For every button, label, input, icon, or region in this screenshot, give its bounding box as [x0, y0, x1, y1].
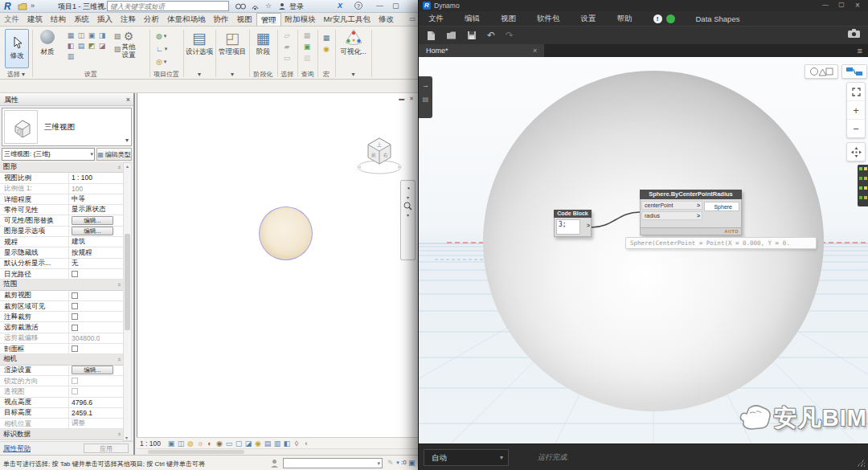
search-binoculars-icon[interactable]	[235, 2, 246, 10]
chevron-down-icon[interactable]: ▾	[125, 137, 129, 144]
ribbon-tab-管理[interactable]: 管理	[256, 13, 281, 26]
property-value-cell[interactable]: 100	[69, 184, 124, 194]
dynamo-canvas[interactable]: → ▤ + −	[419, 57, 868, 443]
input-port-icon[interactable]: >	[697, 212, 700, 220]
crop-region-icon[interactable]: ▢	[234, 439, 244, 448]
code-block-node[interactable]: Code Block 3; >	[554, 210, 592, 237]
edit-button[interactable]: 编辑...	[72, 366, 113, 374]
signin-label[interactable]: 登录	[289, 2, 304, 12]
rendering-icon[interactable]: ◉	[215, 439, 224, 448]
object-styles-icon[interactable]: ▦	[66, 31, 76, 40]
manage-project-button[interactable]: ◰ 管理项目	[215, 30, 249, 57]
property-value-cell[interactable]	[69, 386, 124, 396]
alerts-icon[interactable]: !	[653, 14, 662, 23]
model-sphere[interactable]	[259, 206, 313, 260]
zoom-dd-icon[interactable]: ▾	[407, 212, 409, 218]
checkbox[interactable]	[72, 378, 78, 384]
ribbon-tab-视图[interactable]: 视图	[233, 13, 256, 26]
analysis-display-icon[interactable]: ◧	[282, 439, 292, 448]
revit-logo-icon[interactable]: R	[4, 1, 11, 12]
communication-center-icon[interactable]	[251, 2, 260, 10]
snaps-icon[interactable]: ◫	[76, 31, 86, 40]
property-value-cell[interactable]: 304800.0	[69, 333, 124, 343]
chevron-down-icon[interactable]: ▾	[164, 33, 167, 39]
menu-文件[interactable]: 文件	[428, 14, 444, 24]
apply-button[interactable]: 应用	[84, 443, 129, 453]
sun-path-icon[interactable]: ☼	[195, 439, 205, 448]
edit-button[interactable]: 编辑...	[72, 227, 113, 235]
project-parameters-icon[interactable]: ◨	[97, 31, 107, 40]
close-icon[interactable]: ×	[126, 93, 130, 106]
location-row[interactable]: ◍▾	[156, 31, 167, 42]
minimize-icon[interactable]: —	[818, 1, 833, 8]
property-section[interactable]: 图形«	[0, 162, 124, 173]
property-value-cell[interactable]: 中等	[69, 194, 124, 204]
menu-软件包[interactable]: 软件包	[537, 14, 560, 24]
visualize-button[interactable]: 可视化...	[335, 29, 371, 57]
open-file-icon[interactable]	[446, 31, 457, 40]
combo-arrow-icon[interactable]: ▾	[377, 460, 380, 467]
property-section[interactable]: 相机«	[0, 354, 124, 365]
detail-level-icon[interactable]: ◫	[176, 439, 186, 448]
load-selection-icon[interactable]: ▰	[282, 42, 292, 51]
new-file-icon[interactable]	[427, 31, 436, 41]
maximize-icon[interactable]: ▢	[392, 2, 399, 10]
project-units-icon[interactable]: ▥	[66, 51, 76, 61]
property-value-cell[interactable]	[69, 344, 124, 354]
property-section[interactable]: 标识数据«	[0, 429, 124, 439]
checkbox[interactable]	[72, 292, 78, 299]
global-parameters-icon[interactable]: ▤	[76, 41, 86, 51]
sphere-node-title[interactable]: Sphere.ByCenterPointRadius	[640, 190, 742, 199]
worksharing-display-icon[interactable]: ▥	[272, 439, 282, 448]
menu-编辑[interactable]: 编辑	[465, 14, 480, 24]
panel-dd-manage-project[interactable]: ▾	[215, 69, 249, 80]
ribbon-tab-协作[interactable]: 协作	[210, 13, 233, 26]
checkbox[interactable]	[72, 271, 78, 277]
ribbon-tab-附加模块[interactable]: 附加模块	[281, 13, 320, 26]
reveal-hidden-icon[interactable]: ◉	[253, 439, 263, 448]
chevron-down-icon[interactable]: ▾	[500, 450, 503, 465]
scrollbar-thumb[interactable]	[148, 450, 244, 454]
steering-wheel-icon[interactable]: ◔	[405, 184, 410, 193]
viewcube[interactable]: 上 前 右	[350, 125, 408, 183]
collapse-pin-icon[interactable]: «	[115, 432, 122, 435]
input-port-radius[interactable]: radius>	[641, 211, 702, 220]
ribbon-tab-分析[interactable]: 分析	[140, 13, 163, 26]
export-image-icon[interactable]	[848, 29, 860, 38]
filter-icon[interactable]: ▼	[395, 460, 400, 465]
view-window-controls[interactable]: ▬ ✕	[399, 96, 416, 102]
palette-scrollbar[interactable]: ▴▾	[123, 162, 132, 441]
modify-button[interactable]: 修改	[5, 29, 29, 68]
ribbon-tab-文件[interactable]: 文件	[0, 13, 23, 26]
collapse-arrow-icon[interactable]: ‹	[301, 439, 311, 448]
property-section[interactable]: 范围«	[0, 280, 124, 290]
property-value-cell[interactable]: 1 : 100	[69, 173, 124, 182]
measure-icon[interactable]: ▦	[302, 31, 312, 40]
minimize-icon[interactable]: —	[376, 2, 383, 10]
code-block-input[interactable]: 3;	[556, 219, 580, 235]
ribbon-tab-建筑[interactable]: 建筑	[23, 13, 47, 26]
menu-视图[interactable]: 视图	[501, 14, 516, 24]
ribbon-tab-Mr安凡工具包[interactable]: Mr安凡工具包	[320, 13, 375, 26]
temporary-hide-icon[interactable]: ◪	[244, 439, 253, 448]
navigation-bar[interactable]: ◔ ▾ ▾	[400, 180, 416, 260]
ribbon-tab-结构[interactable]: 结构	[47, 13, 70, 26]
ribbon-tab-注释[interactable]: 注释	[117, 13, 140, 26]
a360-icon[interactable]: X	[338, 2, 342, 10]
save-selection-icon[interactable]: ▱	[282, 31, 292, 40]
ribbon-tab-体量和场地[interactable]: 体量和场地	[163, 13, 210, 26]
tab-home[interactable]: Home*	[419, 44, 544, 57]
crop-view-icon[interactable]: ▭	[224, 439, 234, 448]
element-id-icon[interactable]: ▣	[302, 42, 312, 51]
panel-dd-visualize[interactable]: ▾	[335, 69, 371, 80]
shared-parameters-icon[interactable]: ◧	[66, 41, 76, 51]
panel-dd-design-options[interactable]: ▾	[183, 69, 215, 80]
collapse-pin-icon[interactable]: «	[115, 166, 122, 169]
scrollbar-thumb[interactable]	[125, 234, 130, 330]
title-expand-icon[interactable]: ▸	[100, 2, 104, 8]
run-mode-select[interactable]: 自动▾	[424, 449, 509, 466]
properties-help-link[interactable]: 属性帮助	[3, 444, 31, 454]
maximize-icon[interactable]: ▢	[834, 1, 849, 8]
chevron-down-icon[interactable]: ▾	[164, 59, 167, 65]
edit-type-button[interactable]: ▦编辑类型	[96, 148, 132, 161]
